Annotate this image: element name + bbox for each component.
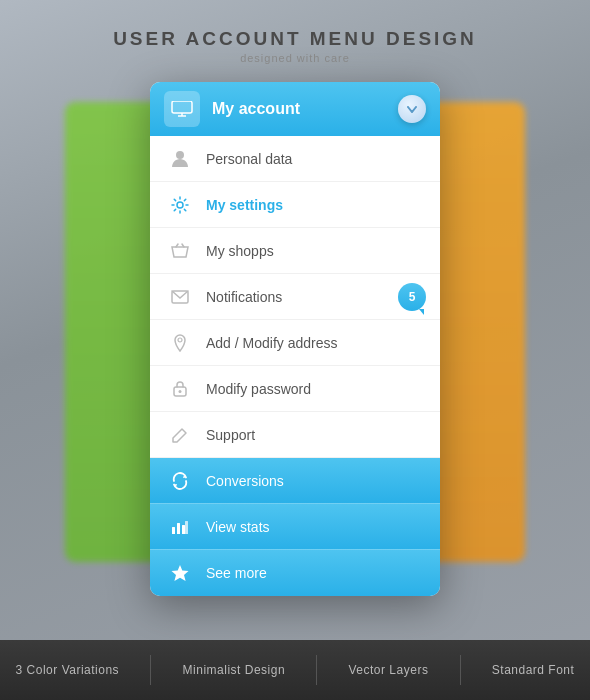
- bottom-bar-item-3: Standard Font: [492, 663, 575, 677]
- svg-point-3: [176, 151, 184, 159]
- bottom-bar-item-1: Minimalist Design: [183, 663, 286, 677]
- bar-chart-icon: [164, 511, 196, 543]
- bottom-bar-item-2: Vector Layers: [349, 663, 429, 677]
- svg-marker-13: [172, 565, 189, 581]
- my-shopps-label: My shopps: [206, 243, 426, 259]
- svg-point-6: [178, 338, 182, 342]
- modify-password-label: Modify password: [206, 381, 426, 397]
- see-more-label: See more: [206, 565, 426, 581]
- refresh-icon: [164, 465, 196, 497]
- person-icon: [164, 143, 196, 175]
- bottom-bar-item-0: 3 Color Variations: [16, 663, 120, 677]
- envelope-icon: [164, 281, 196, 313]
- svg-point-4: [177, 202, 183, 208]
- badge-tail: [419, 309, 424, 315]
- menu-header-title: My account: [212, 100, 398, 118]
- personal-data-label: Personal data: [206, 151, 426, 167]
- svg-rect-9: [172, 527, 175, 534]
- divider-2: [316, 655, 317, 685]
- panels-container: My account Personal data: [75, 82, 515, 572]
- svg-rect-10: [177, 523, 180, 534]
- page-subtitle: designed with care: [113, 52, 477, 64]
- basket-icon: [164, 235, 196, 267]
- menu-item-see-more[interactable]: See more: [150, 550, 440, 596]
- page-title-area: USER ACCOUNT MENU DESIGN designed with c…: [113, 0, 477, 72]
- lock-icon: [164, 373, 196, 405]
- menu-item-add-modify-address[interactable]: Add / Modify address: [150, 320, 440, 366]
- dropdown-arrow-button[interactable]: [398, 95, 426, 123]
- pin-icon: [164, 327, 196, 359]
- menu-header[interactable]: My account: [150, 82, 440, 136]
- menu-item-my-shopps[interactable]: My shopps: [150, 228, 440, 274]
- svg-rect-12: [185, 521, 188, 534]
- menu-item-support[interactable]: Support: [150, 412, 440, 458]
- monitor-icon: [171, 101, 193, 117]
- support-label: Support: [206, 427, 426, 443]
- svg-rect-0: [172, 101, 192, 113]
- gear-icon: [164, 189, 196, 221]
- menu-panel: My account Personal data: [150, 82, 440, 596]
- add-modify-address-label: Add / Modify address: [206, 335, 426, 351]
- notifications-label: Notifications: [206, 289, 398, 305]
- divider-1: [150, 655, 151, 685]
- pencil-icon: [164, 419, 196, 451]
- notifications-badge: 5: [398, 283, 426, 311]
- menu-item-my-settings[interactable]: My settings: [150, 182, 440, 228]
- menu-header-icon: [164, 91, 200, 127]
- conversions-label: Conversions: [206, 473, 426, 489]
- chevron-down-icon: [407, 106, 417, 113]
- page-main-title: USER ACCOUNT MENU DESIGN: [113, 28, 477, 50]
- svg-point-8: [179, 390, 182, 393]
- star-icon: [164, 557, 196, 589]
- my-settings-label: My settings: [206, 197, 426, 213]
- menu-item-notifications[interactable]: Notifications 5: [150, 274, 440, 320]
- view-stats-label: View stats: [206, 519, 426, 535]
- menu-item-view-stats[interactable]: View stats: [150, 504, 440, 550]
- svg-rect-11: [182, 525, 185, 534]
- menu-item-personal-data[interactable]: Personal data: [150, 136, 440, 182]
- bottom-bar: 3 Color Variations Minimalist Design Vec…: [0, 640, 590, 700]
- divider-3: [460, 655, 461, 685]
- menu-item-modify-password[interactable]: Modify password: [150, 366, 440, 412]
- menu-item-conversions[interactable]: Conversions: [150, 458, 440, 504]
